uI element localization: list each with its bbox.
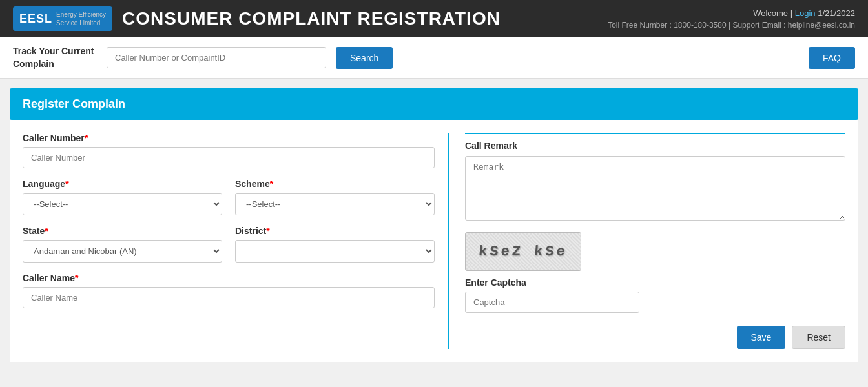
track-bar: Track Your Current Complain Search FAQ <box>0 37 868 79</box>
call-remark-label: Call Remark <box>465 133 845 151</box>
logo-subtext-line2: Service Limited <box>56 19 106 27</box>
form-area: Caller Number* Language* --Select-- Sche… <box>10 120 858 362</box>
header-left: EESL Energy Efficiency Service Limited C… <box>13 6 501 31</box>
district-select[interactable] <box>235 240 435 263</box>
state-label: State* <box>23 226 222 236</box>
action-buttons-row: Save Reset <box>465 326 845 349</box>
form-left: Caller Number* Language* --Select-- Sche… <box>23 133 449 349</box>
form-right: Call Remark kSeZ kSe Enter Captcha Save … <box>449 133 845 349</box>
header-right: Welcome | Login 1/21/2022 Toll Free Numb… <box>608 8 855 30</box>
language-group: Language* --Select-- <box>23 179 222 215</box>
remark-textarea[interactable] <box>465 156 845 221</box>
state-group: State* Andaman and Nicobar (AN) <box>23 226 222 263</box>
track-label: Track Your Current Complain <box>13 45 97 70</box>
section-title: Register Complain <box>10 88 858 120</box>
track-label-line1: Track Your Current <box>13 46 94 56</box>
caller-name-label: Caller Name* <box>23 273 435 283</box>
logo-box: EESL Energy Efficiency Service Limited <box>13 6 112 31</box>
language-scheme-row: Language* --Select-- Scheme* --Select-- <box>23 179 435 226</box>
language-label: Language* <box>23 179 222 189</box>
scheme-label: Scheme* <box>235 179 435 189</box>
scheme-group: Scheme* --Select-- <box>235 179 435 215</box>
logo-eesl-text: EESL <box>19 12 52 26</box>
welcome-text: Welcome | <box>753 8 792 18</box>
district-group: District* <box>235 226 435 263</box>
faq-button[interactable]: FAQ <box>809 47 855 69</box>
caller-number-input[interactable] <box>23 147 435 168</box>
state-district-row: State* Andaman and Nicobar (AN) District… <box>23 226 435 273</box>
required-star: * <box>85 133 88 143</box>
language-select[interactable]: --Select-- <box>23 193 222 215</box>
captcha-display-text: kSeZ kSe <box>478 244 568 260</box>
caller-number-label: Caller Number* <box>23 133 435 143</box>
track-label-line2: Complain <box>13 59 54 69</box>
district-label: District* <box>235 226 435 236</box>
logo-subtext-line1: Energy Efficiency <box>56 10 106 19</box>
save-button[interactable]: Save <box>737 326 786 349</box>
enter-captcha-label: Enter Captcha <box>465 277 845 288</box>
page-title: CONSUMER COMPLAINT REGISTRATION <box>122 8 501 29</box>
caller-name-group: Caller Name* <box>23 273 435 308</box>
captcha-image: kSeZ kSe <box>465 232 581 271</box>
logo-subtext: Energy Efficiency Service Limited <box>56 10 106 27</box>
header: EESL Energy Efficiency Service Limited C… <box>0 0 868 37</box>
reset-button[interactable]: Reset <box>792 326 845 349</box>
header-welcome: Welcome | Login 1/21/2022 <box>608 8 855 18</box>
scheme-select[interactable]: --Select-- <box>235 193 435 215</box>
toll-free-text: Toll Free Number : 1800-180-3580 | Suppo… <box>608 21 855 30</box>
caller-name-input[interactable] <box>23 287 435 308</box>
caller-number-group: Caller Number* <box>23 133 435 168</box>
login-link[interactable]: Login <box>795 8 816 18</box>
search-button[interactable]: Search <box>336 47 393 69</box>
state-select[interactable]: Andaman and Nicobar (AN) <box>23 240 222 263</box>
track-search-input[interactable] <box>107 47 326 68</box>
captcha-input[interactable] <box>465 292 639 313</box>
header-date: 1/21/2022 <box>818 8 855 18</box>
